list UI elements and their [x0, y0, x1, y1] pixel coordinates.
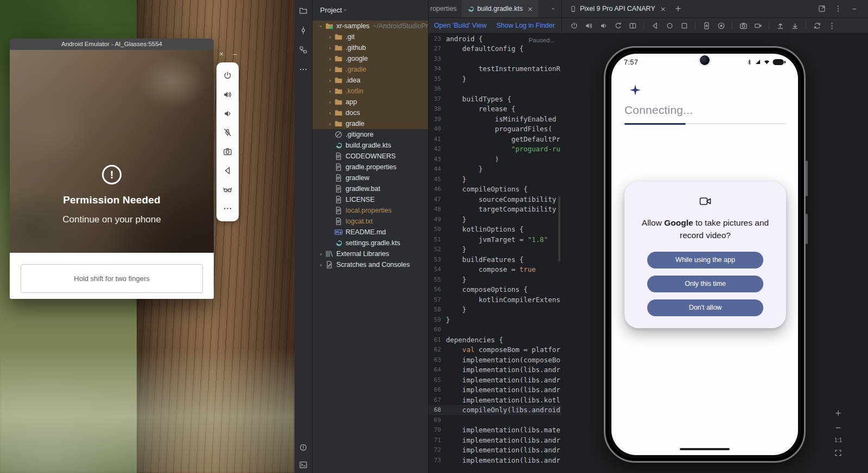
tree-item-gradle[interactable]: ›gradle [312, 118, 428, 129]
tree-item-settings-gradle-kts[interactable]: settings.gradle.kts [312, 238, 428, 248]
camera-photo-button[interactable] [221, 145, 234, 158]
tree-item--git[interactable]: ›.git [312, 31, 428, 42]
tree-item-app[interactable]: ›app [312, 97, 428, 107]
terminal-button[interactable] [297, 459, 309, 471]
tree-item--gradle[interactable]: ›.gradle [312, 64, 428, 75]
camera-photo-button[interactable] [738, 20, 749, 31]
back-button[interactable] [649, 20, 660, 31]
tab-list-chevron-icon[interactable]: › [546, 5, 561, 12]
volume-down-button[interactable] [221, 107, 234, 120]
code-line: 56 composeOptions { [429, 285, 561, 295]
emulator-screen[interactable]: ! Permission Needed Continue on your pho… [10, 50, 214, 253]
tree-item-readme-md[interactable]: README.md [312, 227, 428, 238]
sync-button[interactable] [812, 20, 822, 31]
minus-button[interactable]: − [833, 423, 843, 432]
tree-item-docs[interactable]: ›docs [312, 107, 428, 118]
vcs-commit-button[interactable] [297, 24, 309, 36]
show-log-in-finder-link[interactable]: Show Log in Finder [496, 22, 555, 29]
power-button[interactable] [221, 69, 234, 82]
volume-up-button[interactable] [221, 88, 234, 101]
minimize-button[interactable]: – [850, 4, 859, 14]
mic-off-icon [223, 128, 232, 137]
rotate-button[interactable] [612, 20, 623, 31]
volume-down-button[interactable] [598, 20, 609, 31]
mic-off-button[interactable] [221, 126, 234, 139]
close-icon[interactable]: × [218, 50, 225, 58]
gesture-bar[interactable] [680, 448, 730, 450]
screen-record-button[interactable] [716, 20, 726, 31]
tree-item-gradlew[interactable]: gradlew [312, 172, 428, 183]
chevron-right-icon[interactable]: › [317, 251, 325, 257]
close-tab-icon[interactable]: × [527, 5, 533, 12]
chevron-right-icon[interactable]: › [326, 88, 334, 94]
chevron-right-icon[interactable]: › [326, 78, 334, 84]
tab-gradle-properties[interactable]: roperties [429, 0, 462, 17]
download-button[interactable] [789, 20, 800, 31]
project-panel-title[interactable]: Project [320, 6, 342, 14]
fit-screen-button[interactable] [833, 448, 843, 458]
tree-item--github[interactable]: ›.github [312, 42, 428, 53]
tab-build-gradle-kts[interactable]: build.gradle.kts × [462, 0, 538, 17]
tree-item--gitignore[interactable]: .gitignore [312, 129, 428, 140]
close-tab-icon[interactable]: × [660, 5, 666, 12]
chevron-right-icon[interactable]: › [326, 34, 334, 40]
glasses-button[interactable] [221, 183, 234, 196]
tree-item-codeowners[interactable]: CODEOWNERS [312, 151, 428, 162]
more-horiz-button[interactable] [221, 202, 234, 215]
line-number: 68 [429, 406, 446, 413]
editor-scrollbar[interactable] [558, 196, 560, 261]
chevron-right-icon[interactable]: › [326, 67, 334, 73]
power-button[interactable] [569, 20, 579, 31]
open-build-view-link[interactable]: Open 'Build' View [434, 22, 487, 29]
tree-item-scratches-and-consoles[interactable]: ›Scratches and Consoles [312, 259, 428, 270]
new-tab-icon[interactable]: + [671, 5, 686, 13]
phone-screen[interactable]: 7:57 Connecting... Allow Google to take … [611, 54, 798, 455]
chevron-right-icon[interactable]: › [317, 262, 325, 268]
zoom-level-label[interactable]: 1:1 [834, 437, 842, 443]
tree-item-logcat-txt[interactable]: logcat.txt [312, 216, 428, 227]
more-horiz-button[interactable] [297, 63, 309, 75]
home-button[interactable] [664, 20, 675, 31]
fold-button[interactable] [627, 20, 638, 31]
tree-item-xr-samples[interactable]: ›xr-samples~/AndroidStudioProj [312, 21, 428, 31]
chevron-right-icon[interactable]: › [326, 56, 334, 62]
tree-item-local-properties[interactable]: local.properties [312, 205, 428, 216]
screenshot-button[interactable] [701, 20, 712, 31]
plus-button[interactable]: + [833, 408, 843, 418]
emulator-title-bar[interactable]: Android Emulator - AI_Glasses:5554 [10, 39, 214, 50]
tree-item--google[interactable]: ›.google [312, 53, 428, 64]
volume-up-button[interactable] [583, 20, 594, 31]
chevron-down-icon[interactable]: › [317, 23, 325, 29]
line-number: 61 [429, 336, 446, 343]
dialog-button-only-this-time[interactable]: Only this time [647, 276, 763, 292]
dialog-button-don-t-allow[interactable]: Don't allow [647, 299, 763, 316]
chevron-right-icon[interactable]: › [326, 99, 334, 105]
problems-button[interactable] [297, 442, 309, 453]
more-vert-button[interactable] [833, 4, 843, 14]
tree-item--kotlin[interactable]: ›.kotlin [312, 86, 428, 97]
device-tab-pixel-9-pro[interactable]: Pixel 9 Pro API CANARY × [565, 0, 671, 17]
project-folder-button[interactable] [297, 5, 309, 17]
minimize-icon[interactable]: – [231, 50, 239, 58]
overview-button[interactable] [679, 20, 690, 31]
open-window-button[interactable] [817, 4, 827, 14]
chevron-right-icon[interactable]: › [326, 121, 334, 127]
chevron-right-icon[interactable]: › [326, 45, 334, 51]
structure-button[interactable] [297, 44, 309, 56]
chevron-right-icon[interactable]: › [326, 110, 334, 116]
tree-item-gradle-properties[interactable]: gradle.properties [312, 162, 428, 172]
tree-item-external-libraries[interactable]: ›External Libraries [312, 248, 428, 259]
upload-button[interactable] [775, 20, 786, 31]
chevron-down-icon[interactable]: › [342, 9, 348, 11]
tree-item-build-gradle-kts[interactable]: build.gradle.kts [312, 140, 428, 151]
tree-item--idea[interactable]: ›.idea [312, 75, 428, 86]
back-button[interactable] [221, 164, 234, 177]
code-line: 67 implementation(libs.kotl [429, 395, 561, 405]
tree-item-license[interactable]: LICENSE [312, 194, 428, 205]
video-button[interactable] [752, 20, 763, 31]
dialog-button-while-using-the-app[interactable]: While using the app [647, 252, 763, 269]
tree-item-gradlew-bat[interactable]: gradlew.bat [312, 183, 428, 194]
panel-window-icons: – [817, 4, 865, 14]
more-vert-button[interactable] [826, 20, 837, 31]
code-editor[interactable]: Paused... 23android {27 defaultConfig {3… [429, 34, 561, 473]
